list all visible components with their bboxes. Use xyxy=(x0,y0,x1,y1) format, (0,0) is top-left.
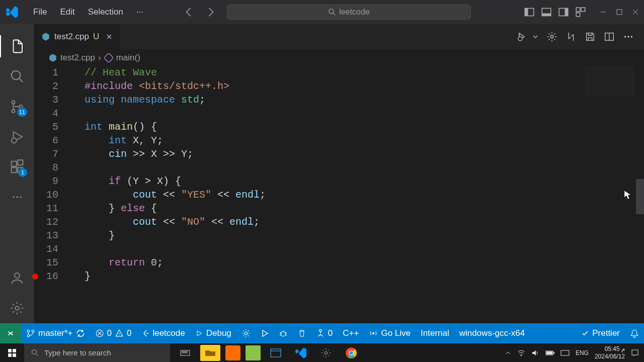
tab-test2cpp[interactable]: test2.cpp U xyxy=(34,24,121,49)
nav-back-icon[interactable] xyxy=(184,7,195,18)
tab-close-icon[interactable] xyxy=(105,33,113,41)
svg-point-12 xyxy=(12,101,15,104)
run-dropdown-icon[interactable] xyxy=(532,34,538,40)
wifi-icon[interactable] xyxy=(517,349,525,356)
settings-icon[interactable] xyxy=(0,293,34,323)
search-sidebar-icon[interactable] xyxy=(0,61,34,92)
ports[interactable]: 0 xyxy=(311,323,338,343)
code-area[interactable]: // Heat Wave #include <bits/stdc++.h> us… xyxy=(70,66,644,323)
save-icon[interactable] xyxy=(585,31,596,42)
svg-point-29 xyxy=(627,36,629,37)
menu-edit[interactable]: Edit xyxy=(55,5,79,19)
nav-arrows xyxy=(184,7,216,18)
golive[interactable]: Go Live xyxy=(364,323,416,343)
problems[interactable]: 0 0 xyxy=(90,323,137,343)
git-branch[interactable]: master*+ xyxy=(21,323,90,343)
remote-indicator[interactable] xyxy=(0,323,21,343)
run-icon[interactable] xyxy=(517,31,529,42)
extensions-icon[interactable]: 1 xyxy=(0,152,34,182)
debug-status[interactable]: Debug xyxy=(190,323,236,343)
tray-chevron-icon[interactable] xyxy=(505,350,511,356)
error-count: 0 xyxy=(107,328,112,338)
code-token: X, Y; xyxy=(127,135,163,146)
minimize-icon[interactable] xyxy=(600,9,607,16)
svg-point-38 xyxy=(319,329,322,332)
explorer-icon[interactable] xyxy=(0,31,34,61)
search-text: leetcode xyxy=(339,8,370,17)
build-settings-icon[interactable] xyxy=(236,323,256,343)
breadcrumb-file: test2.cpp xyxy=(60,53,95,63)
code-token: cout xyxy=(133,216,157,228)
internal-status[interactable]: Internal xyxy=(416,323,454,343)
menu-file[interactable]: File xyxy=(28,5,52,19)
activity-more-icon[interactable] xyxy=(0,182,34,212)
svg-rect-42 xyxy=(8,353,12,357)
task-view-icon[interactable] xyxy=(175,345,195,361)
menu-selection[interactable]: Selection xyxy=(83,5,128,19)
diff-icon[interactable] xyxy=(566,31,577,42)
tab-modified-indicator: U xyxy=(93,32,99,42)
lang-mode[interactable]: C++ xyxy=(338,323,364,343)
debug-icon[interactable] xyxy=(0,122,34,152)
settings-app-icon[interactable] xyxy=(316,345,336,361)
line-number: 2 xyxy=(34,79,58,93)
svg-point-55 xyxy=(521,355,522,356)
layout-icon-2[interactable] xyxy=(541,7,551,17)
explorer-app-icon[interactable] xyxy=(200,345,220,361)
breadcrumb[interactable]: test2.cpp › main() xyxy=(34,49,644,66)
close-icon[interactable] xyxy=(632,9,639,16)
taskbar-search[interactable]: Type here to search xyxy=(24,343,170,362)
layout-customize-icon[interactable] xyxy=(576,7,586,17)
app-icon-orange[interactable] xyxy=(225,345,240,360)
debug-bug-icon[interactable] xyxy=(274,323,293,343)
line-number: 1 xyxy=(34,66,58,79)
split-icon[interactable] xyxy=(604,31,615,42)
vscode-app-icon[interactable] xyxy=(291,345,311,361)
keyboard-icon[interactable] xyxy=(560,350,570,356)
gear-icon[interactable] xyxy=(546,31,557,42)
line-number: 9 xyxy=(34,174,58,188)
line-number: 4 xyxy=(34,107,58,120)
more-icon[interactable] xyxy=(623,31,634,42)
scrollbar-thumb[interactable] xyxy=(636,179,644,214)
line-number: 5 xyxy=(34,120,58,134)
code-token: ; xyxy=(254,216,260,228)
layout-icon-1[interactable] xyxy=(524,7,534,17)
svg-point-28 xyxy=(624,36,626,37)
line-number: 10 xyxy=(34,188,58,202)
command-center[interactable]: leetcode xyxy=(227,5,471,20)
prettier[interactable]: Prettier xyxy=(576,323,625,343)
notification-icon[interactable] xyxy=(631,349,639,357)
bell-icon[interactable] xyxy=(625,323,644,343)
leetcode-status[interactable]: leetcode xyxy=(136,323,190,343)
nav-forward-icon[interactable] xyxy=(205,7,216,18)
menu-more[interactable]: ··· xyxy=(131,5,148,19)
tray-lang[interactable]: ENG xyxy=(576,349,589,356)
layout-icon-3[interactable] xyxy=(558,7,569,17)
code-token: else xyxy=(121,203,145,214)
account-icon[interactable] xyxy=(0,263,34,293)
battery-icon[interactable] xyxy=(545,350,554,356)
scm-icon[interactable]: 11 xyxy=(0,92,34,122)
code-token: if xyxy=(109,175,121,187)
gutter[interactable]: 1 2 3 4 5 6 7 8 9 10 11 12 13 14 15 16 xyxy=(34,66,70,323)
maximize-icon[interactable] xyxy=(616,9,623,16)
editor[interactable]: 1 2 3 4 5 6 7 8 9 10 11 12 13 14 15 16 /… xyxy=(34,66,644,323)
run-play-icon[interactable] xyxy=(256,323,274,343)
trash-icon[interactable] xyxy=(293,323,311,343)
svg-rect-57 xyxy=(553,352,554,354)
chrome-app-icon[interactable] xyxy=(341,345,361,361)
volume-icon[interactable] xyxy=(531,349,539,356)
sync-icon[interactable] xyxy=(76,329,85,338)
tray-clock[interactable]: 05:45 م 2024/06/12 xyxy=(595,345,625,360)
system-tray[interactable]: ENG 05:45 م 2024/06/12 xyxy=(505,345,644,360)
scrollbar[interactable] xyxy=(636,66,644,323)
minimap[interactable] xyxy=(585,66,635,96)
code-token: namespace xyxy=(121,94,175,106)
start-button[interactable] xyxy=(0,343,24,362)
code-token: "YES" xyxy=(181,189,211,201)
app-icon-green[interactable] xyxy=(246,345,261,360)
compiler-status[interactable]: windows-gcc-x64 xyxy=(454,323,530,343)
app-icon-window[interactable] xyxy=(266,345,286,361)
breadcrumb-symbol: main() xyxy=(116,53,140,63)
